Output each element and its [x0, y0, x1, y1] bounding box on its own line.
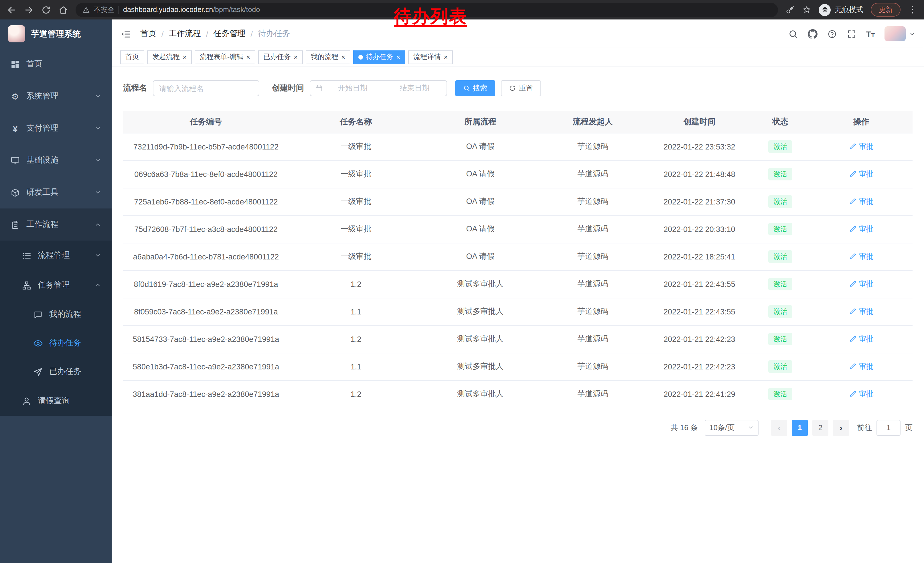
cell-action: 审批: [810, 188, 912, 215]
font-size-icon[interactable]: TT: [866, 29, 875, 39]
help-icon[interactable]: [827, 29, 837, 39]
tab-start-process[interactable]: 发起流程×: [147, 50, 192, 64]
url-text: dashboard.yudao.iocoder.cn/bpm/task/todo: [123, 6, 260, 14]
sidebar-item-todo-tasks[interactable]: 待办任务: [0, 329, 112, 357]
tab-my-processes[interactable]: 我的流程×: [306, 50, 350, 64]
sidebar-item-payment[interactable]: ¥ 支付管理: [0, 112, 112, 144]
chevron-up-icon: [94, 282, 101, 289]
close-icon[interactable]: ×: [444, 54, 448, 60]
status-badge: 激活: [768, 388, 792, 400]
sidebar-item-workflow[interactable]: 工作流程: [0, 209, 112, 240]
cell-created: 2022-01-22 18:25:41: [648, 243, 751, 270]
sidebar-item-system[interactable]: ⚙ 系统管理: [0, 80, 112, 112]
edit-icon: [849, 143, 856, 150]
tab-todo-tasks[interactable]: 待办任务×: [353, 50, 405, 64]
monitor-icon: [10, 156, 20, 165]
eye-icon: [33, 338, 43, 348]
sidebar-item-done-tasks[interactable]: 已办任务: [0, 357, 112, 386]
process-name-input[interactable]: [153, 80, 260, 96]
cell-task-name: 1.1: [289, 298, 423, 325]
cell-created: 2022-01-21 22:43:55: [648, 270, 751, 298]
collapse-sidebar-icon[interactable]: [120, 29, 131, 39]
prev-page-button[interactable]: ‹: [771, 419, 787, 435]
sidebar-item-home[interactable]: 首页: [0, 48, 112, 80]
edit-icon: [849, 253, 856, 260]
cell-action: 审批: [810, 353, 912, 380]
cell-initiator: 芋道源码: [538, 298, 648, 325]
breadcrumb: 首页 / 工作流程 / 任务管理 / 待办任务: [140, 29, 290, 39]
key-icon[interactable]: [786, 5, 795, 14]
tab-home[interactable]: 首页: [120, 50, 144, 64]
approve-link[interactable]: 审批: [849, 141, 874, 152]
tab-done-tasks[interactable]: 已办任务×: [258, 50, 303, 64]
tab-process-detail[interactable]: 流程详情×: [408, 50, 453, 64]
cell-task-id: 58154733-7ac8-11ec-a9e2-a2380e71991a: [123, 325, 289, 353]
edit-icon: [849, 363, 856, 370]
approve-link[interactable]: 审批: [849, 169, 874, 179]
next-page-button[interactable]: ›: [833, 419, 849, 435]
tab-label: 首页: [125, 52, 139, 62]
approve-link-label: 审批: [859, 389, 874, 399]
page-size-select[interactable]: 10条/页: [705, 419, 759, 435]
home-icon[interactable]: [58, 5, 68, 15]
close-icon[interactable]: ×: [294, 54, 298, 60]
approve-link[interactable]: 审批: [849, 197, 874, 207]
browser-menu-icon[interactable]: ⋮: [908, 5, 917, 14]
column-header-task-id: 任务编号: [123, 111, 289, 133]
paper-plane-icon: [33, 367, 43, 377]
approve-link[interactable]: 审批: [849, 389, 874, 399]
chevron-down-icon: [748, 424, 754, 431]
approve-link[interactable]: 审批: [849, 251, 874, 262]
cell-status: 激活: [751, 188, 810, 215]
reload-icon[interactable]: [41, 5, 51, 15]
cell-action: 审批: [810, 298, 912, 325]
search-button[interactable]: 搜索: [455, 80, 495, 96]
chevron-down-icon: [909, 31, 915, 37]
status-badge: 激活: [768, 140, 792, 153]
update-button[interactable]: 更新: [871, 3, 900, 17]
reset-button[interactable]: 重置: [501, 80, 541, 96]
approve-link[interactable]: 审批: [849, 306, 874, 317]
warning-icon[interactable]: [82, 6, 90, 14]
org-chart-icon: [22, 280, 32, 290]
sidebar-item-process-management[interactable]: 流程管理: [0, 240, 112, 270]
approve-link[interactable]: 审批: [849, 279, 874, 289]
breadcrumb-workflow[interactable]: 工作流程: [169, 29, 201, 39]
fullscreen-icon[interactable]: [846, 29, 856, 39]
goto-page-input[interactable]: [876, 419, 900, 435]
tab-process-form-edit[interactable]: 流程表单-编辑×: [195, 50, 255, 64]
close-icon[interactable]: ×: [246, 54, 250, 60]
sidebar-item-task-management[interactable]: 任务管理: [0, 270, 112, 300]
sidebar-item-dev-tools[interactable]: 研发工具: [0, 176, 112, 209]
app-logo[interactable]: 芋道管理系统: [0, 20, 112, 48]
main-area: 芋道管理系统 首页 ⚙ 系统管理 ¥ 支付管理: [0, 20, 924, 563]
sidebar-item-label: 请假查询: [38, 396, 70, 406]
close-icon[interactable]: ×: [341, 54, 345, 60]
sidebar-item-leave-query[interactable]: 请假查询: [0, 386, 112, 416]
table-row: 58154733-7ac8-11ec-a9e2-a2380e71991a 1.2…: [123, 325, 912, 353]
back-icon[interactable]: [7, 5, 16, 15]
page-button-1[interactable]: 1: [792, 419, 808, 435]
status-badge: 激活: [768, 333, 792, 345]
approve-link[interactable]: 审批: [849, 334, 874, 344]
bookmark-star-icon[interactable]: [802, 5, 811, 14]
box-icon: [10, 188, 20, 197]
github-icon[interactable]: [807, 29, 817, 39]
user-menu[interactable]: [885, 26, 915, 41]
approve-link[interactable]: 审批: [849, 224, 874, 234]
edit-icon: [849, 335, 856, 343]
date-range-picker[interactable]: 开始日期 - 结束日期: [310, 80, 447, 96]
search-icon[interactable]: [788, 29, 798, 39]
column-header-initiator: 流程发起人: [538, 111, 648, 133]
cell-process: 测试多审批人: [423, 353, 538, 380]
page-button-2[interactable]: 2: [812, 419, 828, 435]
forward-icon[interactable]: [24, 5, 34, 15]
column-header-process: 所属流程: [423, 111, 538, 133]
close-icon[interactable]: ×: [396, 54, 400, 60]
breadcrumb-home[interactable]: 首页: [140, 29, 156, 39]
sidebar-item-my-processes[interactable]: 我的流程: [0, 300, 112, 329]
close-icon[interactable]: ×: [183, 54, 187, 60]
sidebar-item-infrastructure[interactable]: 基础设施: [0, 144, 112, 176]
approve-link[interactable]: 审批: [849, 362, 874, 372]
breadcrumb-task-management[interactable]: 任务管理: [213, 29, 246, 39]
